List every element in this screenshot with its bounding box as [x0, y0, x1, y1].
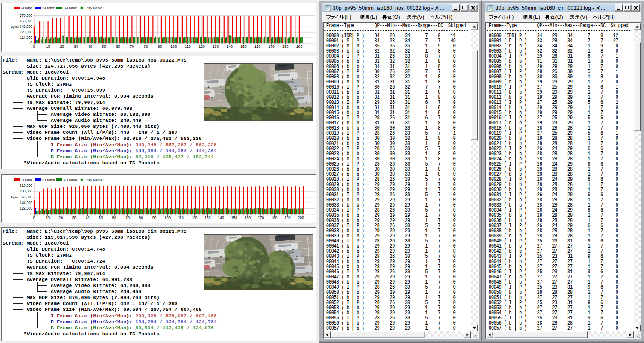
svg-text:0: 0	[33, 216, 35, 220]
svg-text:244,000: 244,000	[20, 201, 33, 205]
svg-text:(H): (H)	[445, 14, 452, 20]
svg-text:0: 0	[33, 44, 35, 48]
svg-text:30: 30	[72, 216, 77, 220]
svg-text:50: 50	[99, 216, 103, 220]
svg-text:80: 80	[144, 44, 148, 48]
svg-text:610,000: 610,000	[20, 183, 33, 188]
svg-text:(E): (E)	[370, 14, 377, 20]
svg-text:160: 160	[254, 44, 261, 48]
svg-text:488,000: 488,000	[20, 189, 33, 193]
svg-text:180: 180	[271, 216, 278, 220]
svg-text:160: 160	[245, 216, 251, 220]
svg-text:90: 90	[158, 44, 162, 48]
svg-text:30: 30	[74, 44, 78, 48]
svg-text:(F): (F)	[507, 14, 514, 20]
svg-text:20: 20	[60, 44, 65, 48]
svg-text:140: 140	[218, 216, 224, 220]
svg-text:(V): (V)	[580, 14, 587, 20]
svg-text:170: 170	[258, 216, 264, 220]
svg-text:(O): (O)	[555, 14, 563, 20]
svg-text:170: 170	[269, 44, 275, 48]
svg-text:Bytes: Bytes	[11, 195, 19, 199]
svg-text:190: 190	[296, 44, 303, 48]
svg-text:(V): (V)	[417, 14, 424, 20]
svg-text:20: 20	[59, 216, 63, 220]
svg-text:100: 100	[171, 44, 177, 48]
svg-text:(O): (O)	[393, 14, 400, 20]
svg-text:10: 10	[45, 216, 50, 220]
svg-text:100: 100	[165, 216, 171, 220]
svg-text:130: 130	[213, 44, 219, 48]
svg-text:110: 110	[185, 44, 191, 48]
svg-text:70: 70	[130, 44, 134, 48]
svg-text:(F): (F)	[344, 14, 351, 20]
svg-text:366,000: 366,000	[20, 195, 33, 199]
svg-text:Bytes: Bytes	[11, 24, 19, 28]
svg-text:190: 190	[284, 216, 291, 220]
svg-text:90: 90	[152, 216, 157, 220]
svg-text:114,000: 114,000	[20, 35, 32, 39]
svg-text:342,000: 342,000	[20, 24, 33, 28]
svg-text:60: 60	[116, 44, 120, 48]
svg-text:456,000: 456,000	[20, 19, 33, 23]
svg-text:120: 120	[198, 44, 205, 48]
svg-text:(E): (E)	[533, 14, 540, 20]
svg-text:150: 150	[231, 216, 238, 220]
svg-text:570,000: 570,000	[20, 13, 33, 18]
svg-text:130: 130	[204, 216, 211, 220]
svg-text:228,000: 228,000	[20, 30, 33, 34]
svg-text:50: 50	[102, 44, 106, 48]
svg-text:40: 40	[88, 44, 92, 48]
svg-text:0: 0	[30, 212, 32, 216]
svg-text:70: 70	[126, 216, 130, 220]
svg-text:140: 140	[227, 44, 233, 48]
svg-text:150: 150	[240, 44, 247, 48]
svg-text:110: 110	[178, 216, 184, 220]
svg-text:80: 80	[139, 216, 143, 220]
svg-text:180: 180	[282, 44, 289, 48]
svg-text:10: 10	[46, 44, 50, 48]
svg-text:122,000: 122,000	[20, 206, 33, 210]
svg-text:200: 200	[298, 216, 304, 220]
svg-text:120: 120	[191, 216, 198, 220]
svg-text:40: 40	[86, 216, 90, 220]
svg-text:60: 60	[112, 216, 116, 220]
svg-text:(H): (H)	[608, 14, 615, 20]
svg-text:0: 0	[30, 41, 32, 45]
